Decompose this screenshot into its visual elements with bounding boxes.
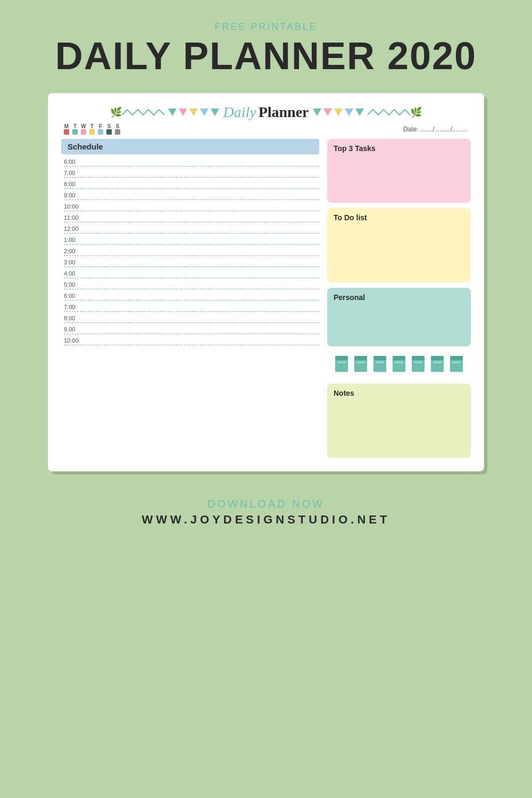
time-row-600pm: 6:00 — [64, 293, 319, 301]
flag-r1 — [313, 109, 321, 116]
svg-rect-4 — [354, 356, 367, 360]
time-row-1000am: 10:00 — [64, 203, 319, 211]
free-printable-label: FREE PRINTABLE — [55, 21, 477, 32]
svg-rect-16 — [431, 356, 444, 360]
day-w: W — [81, 123, 86, 135]
svg-rect-12 — [412, 359, 425, 372]
download-label: DOWNLOAD NOW — [142, 498, 390, 510]
water-cups-row — [327, 352, 471, 378]
water-cup-7 — [449, 356, 464, 374]
left-wave-icon — [122, 107, 164, 118]
dot-w — [81, 129, 86, 135]
flag-2 — [179, 109, 187, 116]
todo-title: To Do list — [334, 213, 464, 222]
left-flags — [167, 109, 220, 116]
right-col: Top 3 Tasks To Do list Personal — [327, 139, 471, 458]
water-cup-5 — [411, 356, 426, 374]
time-rows: 6:00 7:00 8:00 9:00 10:00 — [61, 159, 319, 345]
time-row-200pm: 2:00 — [64, 248, 319, 256]
right-wave-icon — [368, 107, 410, 118]
svg-rect-8 — [376, 361, 384, 363]
svg-rect-2 — [337, 361, 346, 363]
time-row-1200pm: 12:00 — [64, 226, 319, 234]
svg-rect-1 — [335, 356, 348, 360]
svg-rect-11 — [395, 361, 403, 363]
water-cup-2 — [353, 356, 368, 374]
time-row-800am: 8:00 — [64, 181, 319, 189]
dot-f — [98, 129, 103, 135]
schedule-header: Schedule — [61, 139, 319, 154]
svg-rect-10 — [393, 356, 405, 360]
time-row-500pm: 5:00 — [64, 281, 319, 289]
day-f: F — [98, 123, 103, 135]
water-cup-3 — [372, 356, 387, 374]
day-t2: T — [89, 123, 95, 135]
svg-rect-6 — [373, 359, 386, 372]
header: FREE PRINTABLE DAILY PLANNER 2020 — [55, 21, 477, 77]
water-cup-1 — [334, 356, 349, 374]
flag-4 — [200, 109, 209, 116]
main-title: DAILY PLANNER 2020 — [55, 35, 477, 77]
svg-rect-9 — [393, 359, 405, 372]
day-t1: T — [72, 123, 78, 135]
date-field: Date: ......./........./......... — [403, 126, 468, 133]
schedule-col: Schedule 6:00 7:00 8:00 9:00 — [61, 139, 319, 458]
svg-rect-17 — [433, 361, 442, 363]
day-s1: S — [106, 123, 112, 135]
svg-rect-5 — [356, 361, 365, 363]
dot-s1 — [106, 129, 112, 135]
website-label: WWW.JOYDESIGNSTUDIO.NET — [142, 513, 390, 527]
dot-s2 — [115, 129, 120, 135]
time-row-300pm: 3:00 — [64, 259, 319, 267]
left-leaf-icon: 🌿 — [110, 106, 122, 118]
flag-r4 — [345, 109, 353, 116]
svg-rect-3 — [354, 359, 367, 372]
right-banner: 🌿 — [309, 106, 422, 118]
time-row-900pm: 9.00 — [64, 326, 319, 334]
day-s2: S — [115, 123, 120, 135]
right-leaf-icon: 🌿 — [410, 106, 422, 118]
svg-rect-14 — [414, 361, 422, 363]
notes-section: Notes — [327, 384, 471, 458]
svg-rect-19 — [450, 356, 463, 360]
svg-rect-15 — [431, 359, 444, 372]
flag-r3 — [334, 109, 343, 116]
top3-section: Top 3 Tasks — [327, 139, 471, 203]
svg-rect-13 — [412, 356, 425, 360]
daily-label: Daily — [223, 104, 256, 121]
water-cup-6 — [430, 356, 445, 374]
day-m: M — [64, 123, 69, 135]
dot-m — [64, 129, 69, 135]
footer: DOWNLOAD NOW WWW.JOYDESIGNSTUDIO.NET — [142, 498, 390, 527]
flag-1 — [168, 109, 177, 116]
time-row-800pm: 8:00 — [64, 315, 319, 323]
time-row-700pm: 7:00 — [64, 304, 319, 312]
planner-card: 🌿 Daily Planner — [48, 93, 484, 471]
flag-r2 — [323, 109, 332, 116]
flag-5 — [211, 109, 219, 116]
left-banner: 🌿 — [110, 106, 223, 118]
time-row-100pm: 1:00 — [64, 237, 319, 245]
two-col-layout: Schedule 6:00 7:00 8:00 9:00 — [61, 139, 471, 458]
time-row-400pm: 4:00 — [64, 270, 319, 278]
dot-t2 — [89, 129, 95, 135]
svg-rect-20 — [452, 361, 461, 363]
todo-section: To Do list — [327, 208, 471, 282]
days-date-row: M T W T F S S — [61, 123, 471, 135]
card-header: 🌿 Daily Planner — [61, 104, 471, 121]
flag-r5 — [355, 109, 364, 116]
time-row-1100am: 11:00 — [64, 214, 319, 222]
dot-t1 — [72, 129, 78, 135]
dashed-line — [64, 166, 319, 167]
personal-section: Personal — [327, 288, 471, 346]
svg-rect-0 — [335, 359, 348, 372]
time-row-700am: 7:00 — [64, 170, 319, 178]
water-cup-4 — [392, 356, 406, 374]
svg-rect-7 — [373, 356, 386, 360]
personal-title: Personal — [334, 293, 464, 302]
flag-3 — [189, 109, 198, 116]
time-row-600am: 6:00 — [64, 159, 319, 167]
planner-label: Planner — [259, 104, 309, 121]
time-row-900am: 9:00 — [64, 192, 319, 200]
day-indicators: M T W T F S S — [64, 123, 120, 135]
